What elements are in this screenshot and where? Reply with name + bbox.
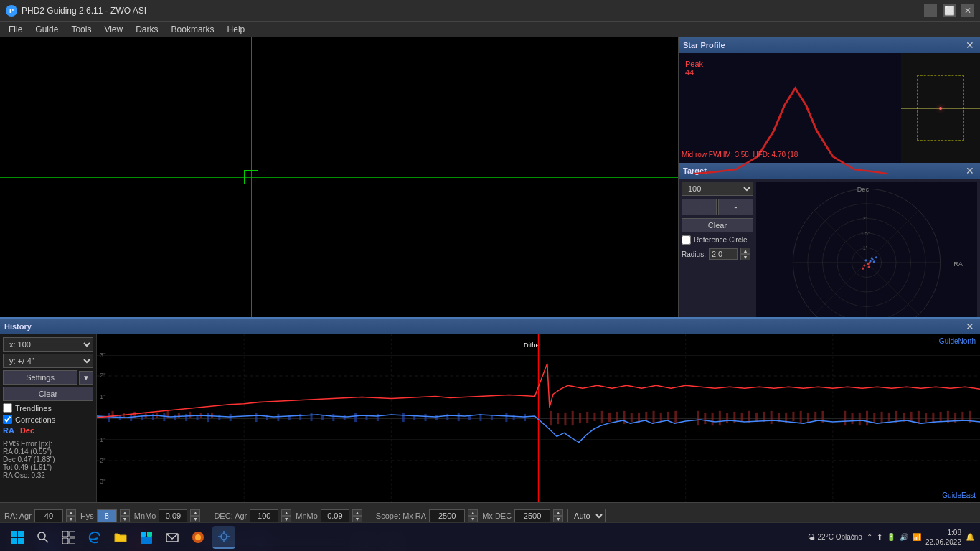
taskbar-clock[interactable]: 1:08 22.06.2022 xyxy=(925,528,961,547)
star-profile-close[interactable]: ✕ xyxy=(964,39,976,51)
rms-title: RMS Error [px]: xyxy=(3,440,93,448)
target-minus-btn[interactable]: - xyxy=(718,199,753,215)
mx-dec-label: Mx DEC xyxy=(482,512,512,520)
mx-ra-up[interactable]: ▲ xyxy=(468,509,478,516)
ra-rms: RA 0.14 (0.55") xyxy=(3,448,93,456)
svg-rect-128 xyxy=(844,411,846,425)
mx-dec-input[interactable] xyxy=(514,509,550,522)
dec-mnmo-input[interactable] xyxy=(321,509,349,522)
radius-down-btn[interactable]: ▼ xyxy=(740,254,750,260)
target-plot: Dec RA 1.5" xyxy=(756,182,977,336)
ra-mnmo-down[interactable]: ▼ xyxy=(190,516,200,522)
chevron-up-icon[interactable]: ⌃ xyxy=(867,533,872,541)
svg-rect-129 xyxy=(851,413,853,424)
svg-rect-91 xyxy=(211,413,213,418)
auto-select[interactable]: Auto xyxy=(567,509,606,523)
menu-view[interactable]: View xyxy=(98,23,128,36)
phd2-btn[interactable] xyxy=(212,526,235,549)
svg-rect-55 xyxy=(207,413,209,422)
file-explorer-btn[interactable] xyxy=(109,526,132,549)
close-button[interactable]: ✕ xyxy=(961,4,974,17)
guide-view xyxy=(0,37,679,317)
dec-label: Dec xyxy=(20,426,34,435)
menu-bookmarks[interactable]: Bookmarks xyxy=(166,23,220,36)
svg-rect-123 xyxy=(792,412,794,421)
mx-dec-down[interactable]: ▼ xyxy=(553,516,563,522)
volume-icon[interactable]: 🔊 xyxy=(900,533,908,541)
store-btn[interactable] xyxy=(135,526,158,549)
svg-rect-112 xyxy=(712,413,714,425)
firefox-btn[interactable] xyxy=(187,526,209,549)
history-panel: History ✕ x: 100 y: +/-4" Settings ▼ Cle… xyxy=(0,317,980,502)
start-button[interactable] xyxy=(6,526,29,549)
hys-up[interactable]: ▲ xyxy=(120,509,130,516)
hys-input[interactable] xyxy=(97,509,117,522)
task-view-btn[interactable] xyxy=(57,526,80,549)
svg-rect-72 xyxy=(424,414,426,421)
ra-mnmo-up[interactable]: ▲ xyxy=(190,509,200,516)
ra-agr-input[interactable] xyxy=(34,509,63,522)
ra-agr-down[interactable]: ▼ xyxy=(66,516,76,522)
svg-rect-110 xyxy=(697,411,699,425)
target-dropdown[interactable]: 100 xyxy=(682,182,753,196)
mx-ra-down[interactable]: ▼ xyxy=(468,516,478,522)
radius-up-btn[interactable]: ▲ xyxy=(740,248,750,254)
mail-btn[interactable] xyxy=(161,526,184,549)
search-taskbar-icon xyxy=(37,531,50,544)
menu-help[interactable]: Help xyxy=(222,23,251,36)
dec-agr-down[interactable]: ▼ xyxy=(281,516,291,522)
history-settings-dropdown-btn[interactable]: ▼ xyxy=(79,371,93,385)
svg-rect-54 xyxy=(196,415,198,420)
mx-ra-input[interactable] xyxy=(429,509,465,522)
history-close[interactable]: ✕ xyxy=(964,321,976,332)
menu-darks[interactable]: Darks xyxy=(130,23,164,36)
history-y-select[interactable]: y: +/-4" xyxy=(3,354,93,368)
title-text: PHD2 Guiding 2.6.11 - ZWO ASI xyxy=(22,6,146,16)
dec-agr-input[interactable] xyxy=(250,509,278,522)
corrections-checkbox[interactable] xyxy=(3,415,12,424)
svg-rect-117 xyxy=(748,411,750,423)
title-controls: — ⬜ ✕ xyxy=(924,4,974,17)
history-settings-btn[interactable]: Settings xyxy=(3,370,77,385)
network-icon[interactable]: 📶 xyxy=(913,533,921,541)
hys-down[interactable]: ▼ xyxy=(120,516,130,522)
minimize-button[interactable]: — xyxy=(924,4,937,17)
edge-btn[interactable] xyxy=(83,526,106,549)
task-view-icon xyxy=(62,531,75,544)
trendlines-row: Trendlines xyxy=(3,403,93,413)
ra-mnmo-input[interactable] xyxy=(159,509,187,522)
svg-text:1": 1" xyxy=(100,436,105,443)
maximize-button[interactable]: ⬜ xyxy=(943,4,956,17)
rms-section: RMS Error [px]: RA 0.14 (0.55") Dec 0.47… xyxy=(3,440,93,479)
search-taskbar-btn[interactable] xyxy=(32,526,55,549)
svg-rect-132 xyxy=(873,413,875,423)
svg-rect-89 xyxy=(189,412,191,418)
svg-rect-101 xyxy=(616,412,618,422)
menu-guide[interactable]: Guide xyxy=(29,23,64,36)
trendlines-checkbox[interactable] xyxy=(3,403,12,413)
dec-mnmo-down[interactable]: ▼ xyxy=(352,516,362,522)
notification-btn[interactable]: 🔔 xyxy=(966,533,974,541)
menu-file[interactable]: File xyxy=(3,23,28,36)
target-clear-btn[interactable]: Clear xyxy=(682,218,753,232)
ra-agr-up[interactable]: ▲ xyxy=(66,509,76,516)
radius-input[interactable] xyxy=(709,248,738,260)
menu-tools[interactable]: Tools xyxy=(65,23,97,36)
tot-rms: Tot 0.49 (1.91") xyxy=(3,463,93,471)
hys-spinner: ▲ ▼ xyxy=(120,509,130,522)
svg-rect-138 xyxy=(918,411,920,424)
svg-point-20 xyxy=(862,268,864,270)
clock-time: 1:08 xyxy=(925,528,961,537)
ra-label: RA xyxy=(3,426,14,435)
history-x-select[interactable]: x: 100 xyxy=(3,337,93,352)
target-close[interactable]: ✕ xyxy=(964,165,976,176)
star-profile-panel: Star Profile ✕ Peak 44 Mid row FWHM: 3.5… xyxy=(679,37,980,163)
ref-circle-checkbox[interactable] xyxy=(682,235,691,245)
history-clear-btn[interactable]: Clear xyxy=(3,387,93,401)
dec-agr-up[interactable]: ▲ xyxy=(281,509,291,516)
dec-mnmo-up[interactable]: ▲ xyxy=(352,509,362,516)
taskbar: 🌤 22°C Oblačno ⌃ ⬆ 🔋 🔊 📶 1:08 22.06.2022… xyxy=(0,522,980,551)
svg-rect-67 xyxy=(354,413,357,422)
target-plus-btn[interactable]: + xyxy=(682,199,717,215)
mx-dec-up[interactable]: ▲ xyxy=(553,509,563,516)
